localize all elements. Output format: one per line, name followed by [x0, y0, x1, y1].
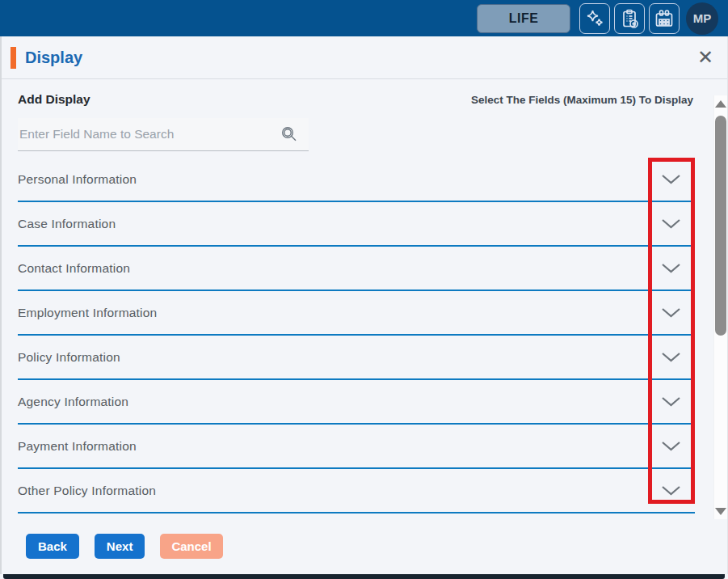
category-row-contact[interactable]: Contact Information	[18, 247, 695, 291]
close-icon[interactable]: ✕	[697, 48, 713, 67]
category-label: Policy Information	[18, 350, 120, 365]
tasks-button[interactable]	[614, 3, 645, 34]
category-label: Payment Information	[18, 439, 137, 454]
scroll-down-arrow[interactable]	[715, 508, 726, 515]
user-avatar[interactable]: MP	[686, 2, 718, 35]
category-label: Employment Information	[18, 306, 157, 320]
clipboard-add-icon	[619, 8, 640, 29]
cancel-button[interactable]: Cancel	[160, 534, 222, 559]
chevron-down-icon[interactable]	[661, 174, 681, 184]
category-label: Contact Information	[18, 261, 130, 276]
category-row-payment[interactable]: Payment Information	[18, 425, 695, 469]
search-field-wrap	[18, 118, 309, 151]
category-row-personal[interactable]: Personal Information	[18, 158, 695, 202]
dialog-footer: Back Next Cancel	[2, 518, 727, 574]
category-label: Other Policy Information	[18, 484, 156, 498]
display-dialog: Display ✕ Add Display Select The Fields …	[0, 36, 728, 574]
window-bottom-edge	[3, 574, 725, 579]
top-navigation-bar: LIFE	[0, 0, 728, 36]
scrollbar[interactable]	[713, 95, 727, 519]
dialog-title: Display	[25, 49, 82, 67]
chevron-down-icon[interactable]	[661, 218, 681, 229]
section-header-row: Add Display Select The Fields (Maximum 1…	[2, 79, 727, 107]
category-row-policy[interactable]: Policy Information	[18, 336, 695, 380]
category-label: Case Information	[18, 217, 116, 231]
section-title: Add Display	[18, 92, 90, 107]
fields-hint: Select The Fields (Maximum 15) To Displa…	[471, 94, 693, 106]
dialog-header: Display ✕	[2, 36, 727, 79]
scrollbar-thumb[interactable]	[715, 116, 726, 336]
accent-bar	[11, 47, 16, 69]
sparkles-icon	[584, 8, 605, 29]
category-label: Agency Information	[18, 395, 128, 409]
category-row-case[interactable]: Case Information	[18, 202, 695, 247]
chevron-down-icon[interactable]	[661, 485, 681, 496]
calendar-icon	[654, 8, 675, 29]
chevron-down-icon[interactable]	[661, 352, 681, 362]
scroll-up-arrow[interactable]	[715, 100, 726, 108]
search-input[interactable]	[18, 127, 309, 142]
category-row-employment[interactable]: Employment Information	[18, 291, 695, 336]
category-row-agency[interactable]: Agency Information	[18, 380, 695, 425]
chevron-down-icon[interactable]	[661, 396, 681, 407]
category-row-other-policy[interactable]: Other Policy Information	[18, 469, 695, 513]
sparkles-button[interactable]	[579, 3, 610, 34]
chevron-down-icon[interactable]	[661, 441, 681, 451]
next-button[interactable]: Next	[95, 534, 145, 559]
chevron-down-icon[interactable]	[661, 263, 681, 273]
category-label: Personal Information	[18, 172, 137, 187]
back-button[interactable]: Back	[26, 534, 79, 559]
category-list: Personal Information Case Information Co…	[18, 158, 695, 513]
search-icon[interactable]	[280, 125, 299, 148]
chevron-down-icon[interactable]	[661, 307, 681, 318]
life-product-button[interactable]: LIFE	[477, 4, 570, 33]
calendar-button[interactable]	[649, 3, 680, 34]
